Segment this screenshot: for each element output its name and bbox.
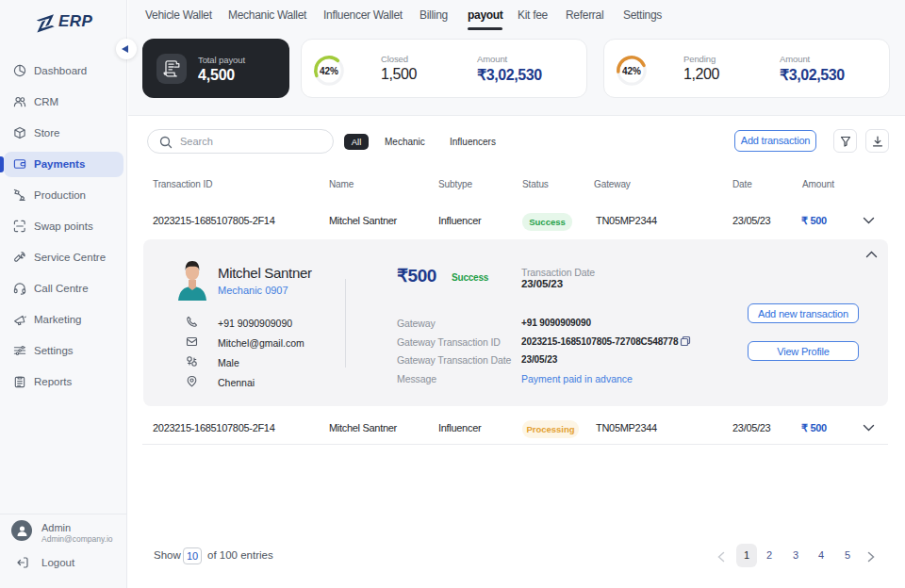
svg-text:42%: 42% [622, 66, 641, 76]
svg-text:42%: 42% [320, 66, 338, 76]
